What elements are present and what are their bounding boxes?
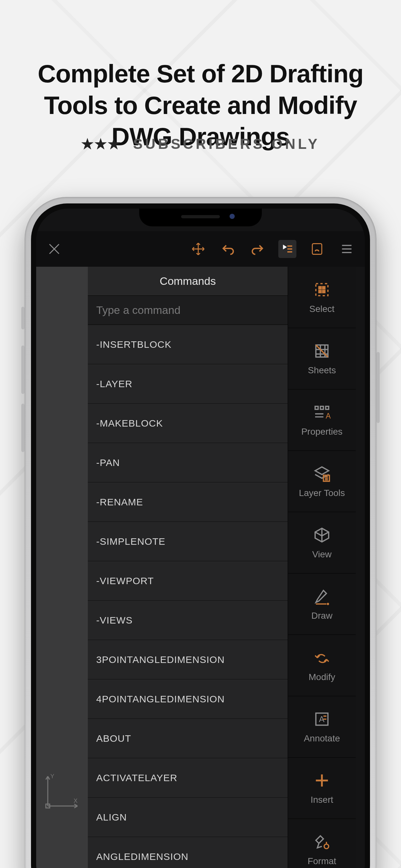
side-button — [21, 345, 25, 394]
side-button — [21, 307, 25, 330]
rail-label: Draw — [311, 611, 332, 621]
rail-label: Sheets — [308, 365, 336, 376]
command-item[interactable]: ABOUT — [88, 719, 288, 758]
rail-label: Format — [308, 856, 336, 866]
svg-point-15 — [327, 602, 329, 605]
undo-icon[interactable] — [219, 240, 237, 258]
right-rail: Select Sheets A Properties Layer Tools — [288, 267, 356, 868]
command-input[interactable]: Type a command — [88, 296, 288, 325]
rail-select[interactable]: Select — [288, 267, 356, 328]
command-item[interactable]: 4POINTANGLEDIMENSION — [88, 679, 288, 719]
rail-label: Select — [309, 304, 335, 314]
svg-rect-6 — [322, 286, 325, 289]
svg-point-18 — [324, 844, 329, 848]
annotate-icon: A — [313, 710, 331, 728]
redo-icon[interactable] — [249, 240, 267, 258]
svg-rect-10 — [315, 406, 318, 409]
svg-rect-7 — [319, 290, 321, 292]
rail-label: Annotate — [304, 733, 340, 744]
svg-rect-4 — [316, 283, 328, 296]
side-button — [376, 352, 380, 423]
command-list[interactable]: -INSERTBLOCK -LAYER -MAKEBLOCK -PAN -REN… — [88, 325, 288, 868]
rail-modify[interactable]: Modify — [288, 635, 356, 696]
side-button — [21, 404, 25, 452]
move-icon[interactable] — [189, 240, 207, 258]
app-screen: Y X Commands Type a command -INSERTBLOCK… — [36, 209, 365, 868]
svg-rect-5 — [319, 286, 321, 289]
format-icon — [313, 833, 331, 851]
rail-view[interactable]: View — [288, 512, 356, 574]
rail-label: Properties — [301, 427, 343, 437]
svg-rect-12 — [326, 406, 329, 409]
stars-icon: ★★★ — [81, 136, 121, 152]
plus-icon — [313, 771, 331, 789]
svg-text:Y: Y — [50, 773, 54, 779]
rail-sheets[interactable]: Sheets — [288, 328, 356, 390]
command-list-icon[interactable] — [278, 240, 297, 258]
rail-insert[interactable]: Insert — [288, 757, 356, 819]
svg-text:A: A — [326, 411, 331, 420]
svg-rect-11 — [320, 406, 323, 409]
command-item[interactable]: 3POINTANGLEDIMENSION — [88, 640, 288, 679]
modify-icon — [313, 649, 331, 667]
rail-label: Layer Tools — [299, 488, 345, 498]
command-item[interactable]: -VIEWS — [88, 600, 288, 640]
select-icon — [313, 281, 331, 299]
svg-text:X: X — [73, 798, 78, 804]
subscribers-text: SUBSCRIBERS ONLY — [133, 136, 320, 152]
svg-rect-0 — [312, 244, 321, 254]
rail-annotate[interactable]: A Annotate — [288, 696, 356, 757]
hand-icon[interactable] — [308, 240, 326, 258]
svg-rect-8 — [322, 290, 325, 292]
draw-icon — [313, 587, 331, 606]
axis-indicator: Y X — [42, 773, 81, 812]
command-item[interactable]: -MAKEBLOCK — [88, 404, 288, 443]
commands-title: Commands — [88, 267, 288, 296]
command-item[interactable]: -LAYER — [88, 364, 288, 404]
topbar — [36, 231, 365, 267]
command-item[interactable]: ANGLEDIMENSION — [88, 837, 288, 868]
notch — [139, 209, 262, 226]
command-item[interactable]: -SIMPLENOTE — [88, 522, 288, 561]
properties-icon: A — [313, 403, 331, 422]
command-item[interactable]: ALIGN — [88, 798, 288, 837]
command-panel: Commands Type a command -INSERTBLOCK -LA… — [88, 267, 288, 868]
rail-properties[interactable]: A Properties — [288, 390, 356, 451]
rail-draw[interactable]: Draw — [288, 574, 356, 635]
command-item[interactable]: ACTIVATELAYER — [88, 758, 288, 798]
sheets-icon — [313, 342, 331, 360]
command-item[interactable]: -RENAME — [88, 483, 288, 522]
rail-label: Insert — [311, 795, 333, 805]
rail-label: View — [312, 549, 332, 560]
menu-icon[interactable] — [338, 240, 356, 258]
layers-icon — [313, 465, 331, 483]
command-item[interactable]: -VIEWPORT — [88, 561, 288, 600]
cube-icon — [313, 526, 331, 544]
rail-format[interactable]: Format — [288, 819, 356, 868]
rail-layer-tools[interactable]: Layer Tools — [288, 451, 356, 512]
canvas-area[interactable]: Y X — [36, 267, 88, 868]
phone-frame: Y X Commands Type a command -INSERTBLOCK… — [25, 197, 376, 868]
close-icon[interactable] — [45, 240, 63, 258]
rail-label: Modify — [309, 672, 335, 682]
subscribers-line: ★★★ SUBSCRIBERS ONLY — [0, 135, 401, 152]
command-item[interactable]: -INSERTBLOCK — [88, 325, 288, 364]
command-item[interactable]: -PAN — [88, 443, 288, 483]
